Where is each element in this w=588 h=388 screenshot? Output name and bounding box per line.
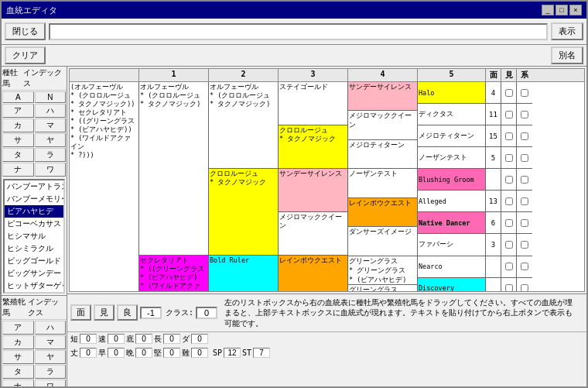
chk-1[interactable] [505, 111, 513, 118]
mare-idx-wa[interactable]: ワ [35, 379, 67, 386]
gen2-0-cell[interactable]: オルフェーヴル* (クロロルージュ* タクノマジック) [209, 82, 278, 169]
naga-input[interactable] [163, 334, 180, 344]
clear-btn[interactable]: クリア [5, 46, 46, 64]
stallion-list[interactable]: バンブーアトラス バンブーメモリー ビアハヤヒデ ピコーベカサス ヒシマサル ヒ… [3, 179, 65, 294]
stallion-item-2[interactable]: バンブーメモリー [5, 193, 63, 205]
check-col[interactable] [501, 82, 517, 292]
stallion-item-3[interactable]: ビアハヤヒデ [5, 205, 63, 218]
idx-btn-ma1[interactable]: マ [35, 118, 67, 132]
stallion-item-7[interactable]: ビッグゴールド [5, 255, 63, 267]
chk-7[interactable] [505, 241, 513, 249]
chk-2[interactable] [505, 132, 513, 140]
kei-5[interactable] [521, 197, 528, 205]
gen5-1-cell[interactable]: ディクタス [418, 104, 485, 125]
gen5-8-cell[interactable]: Nearco [418, 256, 485, 278]
kei-9[interactable] [521, 284, 528, 292]
gen3-3-cell[interactable]: メジロマッククイーン [279, 212, 347, 256]
idx-btn-sa1[interactable]: サ [2, 133, 34, 147]
gen5-0-cell[interactable]: Halo [418, 82, 485, 104]
gen5-2-cell[interactable]: メジロティターン [418, 125, 485, 147]
gen3-4-cell[interactable]: レインボウクエスト [279, 256, 347, 292]
st-input[interactable] [253, 348, 270, 358]
mare-idx-ra[interactable]: ラ [35, 365, 67, 379]
gen4-7-cell[interactable]: グリーングラス* (ビアハヤヒデ) [348, 285, 417, 292]
jo-input[interactable] [80, 348, 97, 358]
mare-idx-ha[interactable]: ハ [35, 321, 67, 335]
kei-2[interactable] [521, 132, 528, 140]
gen5-5-cell[interactable]: Alleged [418, 191, 485, 212]
gen0-cell[interactable]: (オルフェーヴル* (クロロルージュ* タクノマジック))* セクレタリアト* … [70, 82, 139, 292]
idx-btn-ya1[interactable]: ヤ [35, 133, 67, 147]
idx-btn-A[interactable]: A [2, 91, 34, 103]
gen1-bot-cell[interactable]: セクレタリアト* ((グリーングラス* (ビアハヤヒデ)* (ワイルドアクァイン… [139, 256, 208, 292]
idx-btn-ha1[interactable]: ハ [35, 104, 67, 118]
yo-btn[interactable]: 良 [117, 304, 138, 321]
chk-9[interactable] [505, 284, 513, 292]
rename-btn[interactable]: 別名 [551, 46, 583, 64]
da-input[interactable] [191, 334, 208, 344]
stallion-item-4[interactable]: ピコーベカサス [5, 218, 63, 230]
gen5-4-cell[interactable]: Blushing Groom [418, 169, 485, 191]
mare-idx-ta[interactable]: タ [2, 365, 34, 379]
men-btn[interactable]: 面 [70, 304, 91, 321]
stallion-item-5[interactable]: ヒシマサル [5, 230, 63, 242]
idx-btn-wa1[interactable]: ワ [35, 163, 67, 177]
gen3-1-cell[interactable]: クロロルージュ* タクノマジック [279, 125, 347, 169]
close-btn[interactable]: 閉じる [5, 22, 46, 40]
gen5-3-cell[interactable]: ノーザンテスト [418, 147, 485, 169]
stallion-item-8[interactable]: ビッグサンデー [5, 267, 63, 280]
kei-1[interactable] [521, 111, 528, 118]
ken-input[interactable] [163, 348, 180, 358]
pedigree-area[interactable]: 1 2 3 4 5 面 見 系 (オルフェーヴル* (クロロルージュ* タクノマ… [69, 68, 585, 292]
gen4-0-cell[interactable]: サンデーサイレンス [348, 82, 417, 111]
chk-0[interactable] [505, 89, 513, 97]
kei-7[interactable] [521, 241, 528, 249]
gen3-2-cell[interactable]: サンデーサイレンス [279, 169, 347, 212]
gen5-9-cell[interactable]: Discovery [418, 278, 485, 292]
mare-idx-ya[interactable]: ヤ [35, 350, 67, 364]
soku-input[interactable] [108, 334, 125, 344]
gen4-3-cell[interactable]: ノーザンテスト [348, 169, 417, 197]
mare-idx-ma[interactable]: マ [35, 335, 67, 349]
gen1-top-cell[interactable]: オルフェーヴル* (クロロルージュ* タクノマジック) [139, 82, 208, 256]
chk-3[interactable] [505, 154, 513, 162]
chk-8[interactable] [505, 263, 513, 270]
idx-btn-ra1[interactable]: ラ [35, 148, 67, 162]
kei-4[interactable] [521, 176, 528, 184]
gen4-6-cell[interactable]: グリーングラス* グリーングラス* (ビアハヤヒデ) [348, 256, 417, 285]
display-btn[interactable]: 表示 [551, 22, 583, 40]
gen4-5-cell[interactable]: ダンサーズイメージ [348, 227, 417, 256]
gen4-2-cell[interactable]: メジロティターン [348, 140, 417, 169]
soko-input[interactable] [135, 334, 152, 344]
idx-btn-na1[interactable]: ナ [2, 163, 34, 177]
ban-input[interactable] [135, 348, 152, 358]
chk-5[interactable] [505, 197, 513, 205]
mi-btn[interactable]: 見 [94, 304, 115, 321]
mare-idx-na[interactable]: ナ [2, 379, 34, 386]
mare-idx-sa[interactable]: サ [2, 350, 34, 364]
text-input[interactable] [49, 23, 548, 40]
maximize-button[interactable]: □ [556, 5, 568, 15]
stallion-item-6[interactable]: ヒシミラクル [5, 242, 63, 255]
sp-input[interactable] [224, 348, 241, 358]
haya-input[interactable] [108, 348, 125, 358]
kei-0[interactable] [521, 89, 528, 97]
kei-col[interactable] [517, 82, 532, 292]
gen5-6-cell[interactable]: Native Dancer [418, 212, 485, 234]
kurasu-input[interactable] [196, 307, 217, 319]
kei-8[interactable] [521, 263, 528, 270]
gen2-2-cell[interactable]: Bold Ruler [209, 256, 278, 292]
idx-btn-N[interactable]: N [35, 91, 67, 103]
stallion-item-9[interactable]: ヒットザターゲット [5, 280, 63, 292]
tan-input[interactable] [80, 334, 97, 344]
gen4-1-cell[interactable]: メジロマッククイーン [348, 111, 417, 139]
kei-6[interactable] [521, 219, 528, 227]
gen4-4-cell[interactable]: レインボウクエスト [348, 198, 417, 227]
stallion-item-1[interactable]: バンブーアトラス [5, 180, 63, 193]
minimize-button[interactable]: _ [542, 5, 554, 15]
chk-6[interactable] [505, 219, 513, 227]
idx-btn-ta1[interactable]: タ [2, 148, 34, 162]
idx-btn-a1[interactable]: ア [2, 104, 34, 118]
kei-3[interactable] [521, 154, 528, 162]
gen2-1-cell[interactable]: クロロルージュ* タクノマジック [209, 169, 278, 256]
